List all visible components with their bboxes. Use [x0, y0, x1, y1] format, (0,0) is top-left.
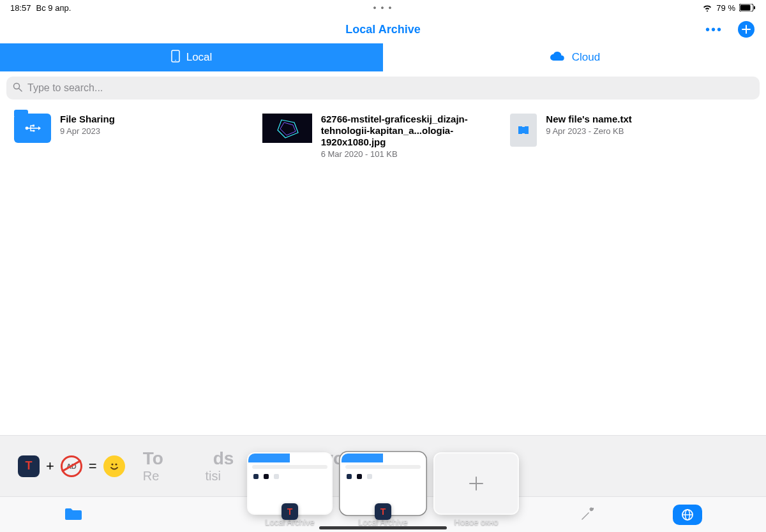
- file-sub: 9 Apr 2023: [60, 126, 115, 136]
- file-name: 62766-mstitel-graficeskij_dizajn-tehnolo…: [321, 114, 504, 148]
- folder-icon: [14, 114, 51, 143]
- tab-local[interactable]: Local: [0, 43, 383, 71]
- battery-icon: [739, 4, 756, 11]
- app-logo-icon: T: [18, 455, 40, 477]
- battery-percent: 79 %: [716, 3, 735, 13]
- equals-sign: =: [89, 458, 97, 475]
- svg-marker-9: [38, 126, 41, 130]
- status-bar: 18:57 Вс 9 апр. ● ● ● 79 %: [0, 0, 766, 15]
- cloud-icon: [549, 50, 566, 65]
- document-icon: [510, 114, 537, 147]
- status-time: 18:57: [10, 3, 31, 13]
- file-grid: File Sharing 9 Apr 2023 62766-mstitel-gr…: [0, 105, 766, 168]
- svg-rect-12: [262, 114, 312, 143]
- status-date: Вс 9 апр.: [36, 3, 71, 13]
- phone-icon: [171, 50, 180, 66]
- switcher-thumbnail-new: [435, 454, 518, 514]
- file-item-folder[interactable]: File Sharing 9 Apr 2023: [14, 114, 256, 159]
- more-button[interactable]: •••: [705, 22, 723, 37]
- svg-point-15: [111, 463, 113, 465]
- file-sub: 6 Mar 2020 - 101 KB: [321, 149, 504, 159]
- file-name: File Sharing: [60, 114, 115, 125]
- search-input[interactable]: Type to search...: [6, 77, 760, 100]
- search-placeholder: Type to search...: [27, 82, 103, 94]
- switcher-label: Новое окно: [454, 517, 499, 527]
- switcher-new-window[interactable]: Новое окно: [435, 454, 518, 527]
- storage-tabs: Local Cloud: [0, 43, 766, 71]
- status-right: 79 %: [702, 3, 756, 13]
- wifi-icon: [702, 4, 712, 11]
- app-logo-icon: T: [375, 503, 391, 520]
- nav-header: Local Archive •••: [0, 15, 766, 43]
- svg-point-11: [33, 129, 34, 131]
- status-left: 18:57 Вс 9 апр.: [10, 3, 71, 13]
- add-button[interactable]: [738, 21, 755, 38]
- tab-settings[interactable]: [580, 505, 596, 524]
- app-logo-icon: T: [282, 503, 298, 520]
- svg-rect-1: [740, 5, 751, 11]
- svg-rect-10: [33, 125, 34, 127]
- search-icon: [13, 82, 22, 94]
- no-ads-icon: AD: [61, 455, 82, 477]
- ad-equation: T + AD =: [18, 455, 125, 477]
- tab-local-label: Local: [186, 51, 213, 64]
- tab-cloud-label: Cloud: [572, 51, 600, 64]
- file-name: New file's name.txt: [546, 114, 631, 125]
- svg-point-4: [175, 59, 176, 61]
- svg-line-6: [19, 89, 22, 91]
- switcher-card[interactable]: T Local Archive: [342, 454, 424, 527]
- tab-files[interactable]: [64, 506, 83, 524]
- plus-sign: +: [46, 458, 54, 475]
- smile-icon: [103, 455, 125, 477]
- page-title: Local Archive: [345, 23, 420, 36]
- file-sub: 9 Apr 2023 - Zero KB: [546, 126, 631, 136]
- switcher-card[interactable]: T Local Archive: [248, 454, 331, 527]
- file-item-image[interactable]: 62766-mstitel-graficeskij_dizajn-tehnolo…: [262, 114, 504, 159]
- svg-rect-2: [754, 6, 755, 10]
- home-indicator[interactable]: [319, 526, 447, 529]
- app-switcher: T Local Archive T Local Archive Новое ок…: [248, 454, 518, 527]
- tab-cloud[interactable]: Cloud: [383, 43, 766, 71]
- image-thumbnail: [262, 114, 312, 143]
- svg-point-5: [14, 83, 20, 89]
- tab-browser[interactable]: [673, 505, 702, 525]
- svg-point-16: [115, 463, 117, 465]
- search-wrap: Type to search...: [0, 71, 766, 105]
- file-item-doc[interactable]: New file's name.txt 9 Apr 2023 - Zero KB: [510, 114, 752, 159]
- multitask-dots[interactable]: ● ● ●: [373, 4, 393, 11]
